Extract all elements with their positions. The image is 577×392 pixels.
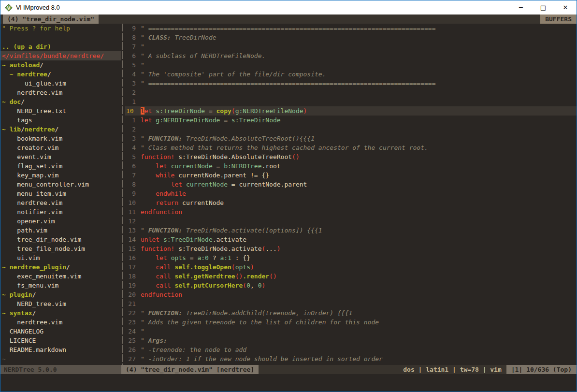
command-line[interactable] [0, 374, 577, 392]
editor-line[interactable]: 19 call self.putCursorHere(0, 0) [125, 281, 577, 290]
nerdtree-line[interactable]: path.vim [0, 226, 121, 235]
text-segment [159, 236, 163, 243]
window-separator[interactable] [121, 24, 125, 365]
nerdtree-line[interactable]: nerdtree.vim [0, 88, 121, 97]
editor-line[interactable]: 27" -inOrder: 1 if the new node should b… [125, 354, 577, 363]
editor-line[interactable]: 17 call self.toggleOpen(opts) [125, 262, 577, 272]
nerdtree-root[interactable]: </vimfiles/bundle/nerdtree/ [0, 51, 121, 60]
text-segment: currentNode [186, 181, 228, 188]
editor-line[interactable]: 1let g:NERDTreeDirNode = s:TreeDirNode [125, 116, 577, 125]
nerdtree-line[interactable]: ~ doc/ [0, 97, 121, 106]
editor-line[interactable]: 3" FUNCTION: TreeDirNode.AbsoluteTreeRoo… [125, 134, 577, 143]
editor-line[interactable]: 13" FUNCTION: TreeDirNode.activate([opti… [125, 226, 577, 235]
nerdtree-line[interactable]: flag_set.vim [0, 161, 121, 171]
editor-line[interactable]: 8" CLASS: TreeDirNode [125, 33, 577, 42]
text-segment: " [141, 43, 144, 50]
editor[interactable]: 9" =====================================… [125, 24, 577, 365]
nerdtree-line[interactable]: nerdtree.vim [0, 318, 121, 327]
text-segment: ) [250, 263, 254, 271]
editor-line[interactable]: 9 endwhile [125, 189, 577, 198]
nerdtree-line[interactable]: exec_menuitem.vim [0, 272, 121, 281]
nerdtree-line[interactable]: nerdtree.vim [0, 198, 121, 207]
editor-line[interactable]: 26" -treenode: the node to add [125, 345, 577, 354]
line-number: 12 [125, 217, 136, 226]
nerdtree-line[interactable]: ui_glue.vim [0, 79, 121, 88]
editor-line[interactable]: 21 [125, 299, 577, 308]
text-segment: = [220, 116, 231, 124]
editor-line[interactable]: 10 return currentNode [125, 198, 577, 207]
nerdtree-help-line[interactable]: " Press ? for help [0, 24, 121, 33]
editor-line[interactable]: 16 let opts = a:0 ? a:1 : {} [125, 253, 577, 262]
nerdtree-line[interactable]: ~ plugin/ [0, 290, 121, 299]
vim-icon: V [4, 3, 13, 12]
nerdtree-line[interactable]: tags [0, 116, 121, 125]
nerdtree-line[interactable]: README.markdown [0, 345, 121, 354]
line-number: 2 [125, 88, 136, 97]
nerdtree-line[interactable]: LICENCE [0, 336, 121, 345]
editor-line[interactable]: 11endfunction [125, 207, 577, 217]
text-segment: TreeDirNode.addChild(treenode, inOrder) … [182, 309, 352, 317]
editor-line[interactable]: 20endfunction [125, 290, 577, 299]
editor-line[interactable]: 18 call self.getNerdtree().render() [125, 272, 577, 281]
text-segment: README.markdown [2, 346, 66, 353]
empty-buffer-tilde[interactable]: ~ [0, 354, 121, 363]
nerdtree-up-dir[interactable]: .. (up a dir) [0, 42, 121, 51]
editor-line[interactable]: 3" =====================================… [125, 79, 577, 88]
nerdtree-line[interactable]: NERD_tree.txt [0, 106, 121, 116]
text-segment: ( [231, 263, 235, 271]
nerdtree-line[interactable]: tree_dir_node.vim [0, 235, 121, 244]
nerdtree-line[interactable]: ~ syntax/ [0, 308, 121, 318]
editor-line[interactable]: 7 while currentNode.parent != {} [125, 171, 577, 180]
nerdtree-line[interactable]: bookmark.vim [0, 134, 121, 143]
editor-line[interactable]: 25" Args: [125, 336, 577, 345]
nerdtree-line[interactable]: event.vim [0, 152, 121, 161]
window-title: Vi IMproved 8.0 [16, 4, 60, 11]
editor-line[interactable]: 5" [125, 60, 577, 70]
nerdtree-line[interactable]: ~ nerdtree/ [0, 70, 121, 79]
close-button[interactable]: ✕ [554, 0, 577, 15]
editor-line[interactable]: 6 let currentNode = b:NERDTree.root [125, 161, 577, 171]
editor-line[interactable]: 24" [125, 327, 577, 336]
editor-line[interactable]: 15function! s:TreeDirNode.activate(...) [125, 244, 577, 253]
nerdtree-line[interactable]: fs_menu.vim [0, 281, 121, 290]
nerdtree-line[interactable]: NERD_tree.vim [0, 299, 121, 308]
nerdtree-line[interactable]: ~ autoload/ [0, 60, 121, 70]
editor-line[interactable]: 7" [125, 42, 577, 51]
code-text [136, 299, 141, 308]
nerdtree-line[interactable]: ~ nerdtree_plugin/ [0, 262, 121, 272]
editor-line[interactable]: 9" =====================================… [125, 24, 577, 33]
text-segment: " -inOrder: 1 if the new node should be … [141, 355, 383, 363]
editor-line[interactable]: 22" FUNCTION: TreeDirNode.addChild(treen… [125, 308, 577, 318]
text-segment: opts [171, 254, 186, 261]
nerdtree-line[interactable]: key_map.vim [0, 171, 121, 180]
nerdtree-line[interactable]: creator.vim [0, 143, 121, 152]
editor-line[interactable]: 5function! s:TreeDirNode.AbsoluteTreeRoo… [125, 152, 577, 161]
minimize-button[interactable]: ─ [510, 0, 532, 15]
editor-line[interactable]: 4" The 'composite' part of the file/dir … [125, 70, 577, 79]
editor-line[interactable]: 14unlet s:TreeDirNode.activate [125, 235, 577, 244]
nerdtree-line[interactable]: ~ lib/nerdtree/ [0, 125, 121, 134]
editor-line[interactable]: 23" Adds the given treenode to the list … [125, 318, 577, 327]
text-segment [141, 263, 156, 271]
file-format-status: dos | latin1 | tw=78 | vim [398, 365, 506, 374]
nerdtree-line[interactable]: opener.vim [0, 217, 121, 226]
nerdtree-line[interactable]: menu_controller.vim [0, 180, 121, 189]
editor-line[interactable]: 1 [125, 97, 577, 106]
nerdtree-line[interactable]: menu_item.vim [0, 189, 121, 198]
nerdtree-sidebar[interactable]: " Press ? for help.. (up a dir)</vimfile… [0, 24, 121, 365]
editor-line-current[interactable]: 10let s:TreeDirNode = copy(g:NERDTreeFil… [125, 106, 577, 116]
editor-line[interactable]: 2 [125, 125, 577, 134]
text-segment: " The 'composite' part of the file/dir c… [141, 71, 326, 78]
editor-line[interactable]: 2 [125, 88, 577, 97]
tab-tree-dir-node[interactable]: (4) "tree_dir_node.vim" [3, 15, 99, 24]
editor-line[interactable]: 6" A subclass of NERDTreeFileNode. [125, 51, 577, 60]
nerdtree-line[interactable]: ui.vim [0, 253, 121, 262]
editor-line[interactable]: 12 [125, 217, 577, 226]
text-segment: : {} [231, 254, 250, 261]
nerdtree-line[interactable]: tree_file_node.vim [0, 244, 121, 253]
editor-line[interactable]: 8 let currentNode = currentNode.parent [125, 180, 577, 189]
maximize-button[interactable]: □ [532, 0, 554, 15]
editor-line[interactable]: 4" Class method that returns the highest… [125, 143, 577, 152]
nerdtree-line[interactable]: notifier.vim [0, 207, 121, 217]
nerdtree-line[interactable]: CHANGELOG [0, 327, 121, 336]
